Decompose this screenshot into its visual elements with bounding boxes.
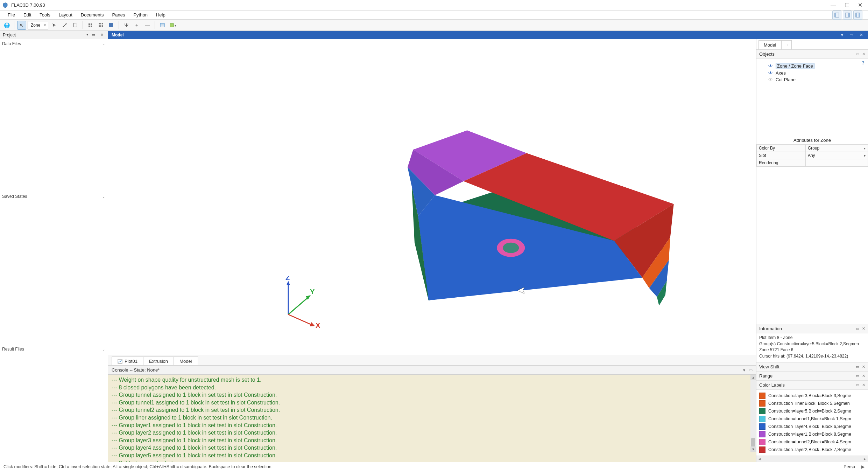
panel-close-button[interactable]: ✕ [862,365,865,369]
model-pane-min-button[interactable]: ▭ [848,33,855,37]
svg-rect-39 [160,23,164,27]
color-label-item[interactable]: Construction=layer3,Block=Block 3,Segme [758,392,867,400]
visibility-eye-icon[interactable]: 👁 [768,63,773,69]
tab-model[interactable]: Model [174,356,198,365]
project-pane-title[interactable]: Project [3,33,88,37]
tool-minus-button[interactable]: — [143,21,152,30]
scroll-up-button[interactable]: ▲ [750,375,756,380]
data-files-list[interactable] [0,48,108,192]
console-dropdown-button[interactable]: ▾ [743,368,745,373]
object-node-zone[interactable]: 👁 Zone / Zone Face [768,62,866,70]
color-label-item[interactable]: Construction=layer2,Block=Block 7,Segme [758,446,867,453]
menu-documents[interactable]: Documents [77,11,108,19]
color-label-item[interactable]: Construction=layer1,Block=Block 8,Segme [758,430,867,438]
projection-mode[interactable]: Persp [844,464,855,469]
color-labels-list[interactable]: Construction=layer3,Block=Block 3,Segme … [756,390,868,456]
menu-layout[interactable]: Layout [55,11,77,19]
scroll-down-button[interactable]: ▼ [750,446,756,452]
color-label-item[interactable]: Construction=layer4,Block=Block 6,Segme [758,423,867,430]
menu-tools[interactable]: Tools [35,11,54,19]
panel-min-button[interactable]: ▭ [856,52,859,56]
color-label-item[interactable]: Construction=layer5,Block=Block 2,Segme [758,407,867,415]
grid-dense-button[interactable] [107,21,116,30]
color-label-item[interactable]: Construction=tunnel1,Block=Block 1,Segm [758,415,867,423]
attr-value[interactable] [805,159,868,167]
object-node-axes[interactable]: 👁 Axes [768,70,866,76]
color-labels-hscroll[interactable]: ◄► [756,456,868,462]
tab-plot01[interactable]: Plot01 [112,356,143,365]
color-label-text: Construction=layer5,Block=Block 2,Segme [768,409,851,414]
menu-python[interactable]: Python [129,11,151,19]
layout-preset-1-button[interactable] [832,11,841,20]
console-output[interactable]: --- Weight on shape quality for unstruct… [108,374,756,462]
model-pane-dropdown-button[interactable]: ▾ [840,33,845,37]
panel-min-button[interactable]: ▭ [856,365,859,369]
menu-edit[interactable]: Edit [19,11,35,19]
window-minimize-button[interactable]: — [831,2,836,8]
color-label-item[interactable]: Construction=liner,Block=Block 5,Segmen [758,400,867,407]
attr-value-select[interactable]: Any▾ [808,153,866,158]
table-view-button[interactable] [158,21,167,30]
tab-extrusion[interactable]: Extrusion [143,356,174,365]
console-scrollbar[interactable]: ▲ ▼ [750,375,756,452]
tool-psi-button[interactable]: Ψ [122,21,131,30]
inspector-tab-add-button[interactable]: + [781,40,792,49]
app-icon [2,2,8,8]
grid-sparse-button[interactable] [86,21,95,30]
module-dropdown-button[interactable]: ▾ [168,21,177,30]
menu-help[interactable]: Help [152,11,170,19]
visibility-eye-icon[interactable]: 👁 [768,70,773,76]
project-pane-close-button[interactable]: ✕ [99,32,105,38]
model-pane-close-button[interactable]: ✕ [858,33,865,37]
pointer-tool-button[interactable] [50,21,59,30]
layout-preset-3-button[interactable] [853,11,862,20]
result-files-section[interactable]: Result Files ⌄ [0,345,108,354]
inspector-tab-model[interactable]: Model [758,40,781,49]
attr-value-select[interactable]: Group▾ [808,146,866,151]
help-button[interactable]: ? [862,60,865,65]
svg-rect-37 [111,26,112,27]
panel-close-button[interactable]: ✕ [862,326,865,331]
color-label-item[interactable]: Construction=tunnel2,Block=Block 4,Segm [758,438,867,446]
data-files-section[interactable]: Data Files ⌄ [0,39,108,48]
svg-rect-28 [110,24,111,25]
grid-medium-button[interactable] [96,21,105,30]
console-min-button[interactable]: ▭ [749,368,753,373]
rect-select-button[interactable] [71,21,80,30]
status-next-button[interactable]: ▶ [861,464,865,469]
plot-icon [118,359,122,364]
object-node-cut-plane[interactable]: 👁 Cut Plane [768,76,866,83]
line-select-button[interactable] [60,21,69,30]
attr-row-color-by[interactable]: Color By Group▾ [757,145,868,152]
svg-rect-11 [91,23,92,25]
objects-tree[interactable]: ? 👁 Zone / Zone Face 👁 Axes 👁 Cut Plane [756,59,868,136]
panel-min-button[interactable]: ▭ [856,383,859,387]
svg-rect-42 [170,23,174,27]
svg-rect-12 [89,26,90,27]
cursor-tool-button[interactable]: ↖ [17,21,26,30]
globe-icon[interactable]: 🌐 [2,21,11,30]
layout-preset-2-button[interactable] [843,11,852,20]
menu-file[interactable]: File [3,11,19,19]
svg-point-64 [503,243,519,253]
menu-panes[interactable]: Panes [108,11,129,19]
panel-min-button[interactable]: ▭ [856,374,859,378]
model-viewport[interactable]: Z Y X ➤ [108,39,756,355]
panel-close-button[interactable]: ✕ [862,374,865,378]
result-files-list[interactable] [0,354,108,462]
saved-states-list[interactable] [0,201,108,345]
project-pane-min-button[interactable]: ▭ [90,32,97,38]
console-line: --- Group liner assigned to 1 block in s… [112,414,753,422]
attr-row-slot[interactable]: Slot Any▾ [757,152,868,159]
window-maximize-button[interactable]: ☐ [845,2,849,8]
panel-close-button[interactable]: ✕ [862,52,865,56]
mode-selector[interactable]: Zone [28,21,48,29]
attr-key: Slot [757,152,806,159]
window-close-button[interactable]: ✕ [858,2,862,8]
tool-plus-button[interactable]: ＋ [132,21,141,30]
saved-states-section[interactable]: Saved States ⌄ [0,192,108,201]
attr-row-rendering[interactable]: Rendering [757,159,868,167]
visibility-eye-off-icon[interactable]: 👁 [768,77,773,82]
panel-close-button[interactable]: ✕ [862,383,865,387]
panel-min-button[interactable]: ▭ [856,326,859,331]
